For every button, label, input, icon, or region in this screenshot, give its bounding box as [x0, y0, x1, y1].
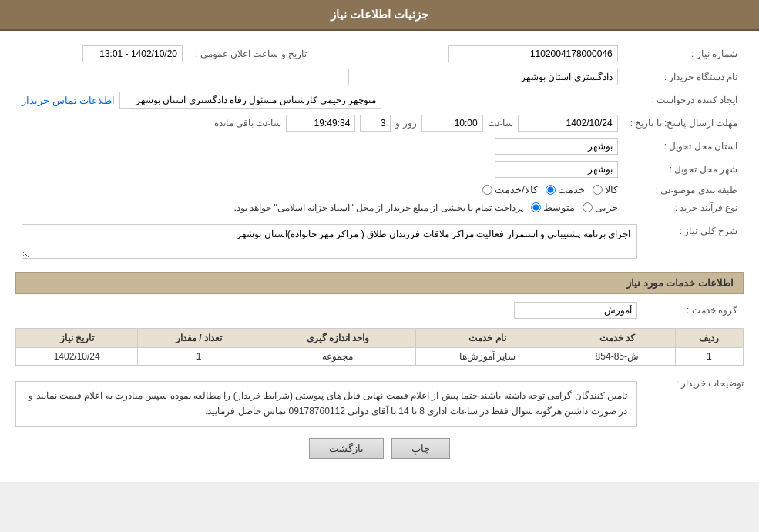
process-jozi-label: جزیی [595, 202, 618, 213]
group-input [514, 302, 637, 319]
process-motavasset-label: متوسط [543, 202, 575, 213]
services-table: ردیف کد خدمت نام خدمت واحد اندازه گیری ت… [15, 328, 744, 366]
category-kala-khedmat-option[interactable]: کالا/خدمت [482, 184, 538, 196]
category-kala-label: کالا [605, 184, 618, 196]
buyer-notes-label: توضیحات خریدار : [643, 373, 744, 389]
buyer-org-label: نام دستگاه خریدار : [624, 65, 744, 89]
city-label: شهر محل تحویل : [624, 158, 744, 181]
table-row: 1ش-85-854سایر آموزش‌هامجموعه11402/10/24 [16, 348, 744, 366]
deadline-remaining-label: ساعت باقی مانده [214, 118, 282, 129]
category-khedmat-label: خدمت [558, 184, 585, 196]
col-header-service-name: نام خدمت [416, 329, 559, 348]
table-cell: 1 [675, 348, 743, 366]
col-header-quantity: تعداد / مقدار [138, 329, 260, 348]
deadline-days-input [360, 115, 391, 132]
col-header-date: تاریخ نیاز [16, 329, 138, 348]
category-label: طبقه بندی موضوعی : [624, 181, 744, 199]
col-header-service-code: کد خدمت [559, 329, 675, 348]
need-number-input[interactable] [448, 45, 618, 62]
process-motavasset-radio[interactable] [531, 202, 541, 212]
creator-input [119, 92, 381, 109]
table-cell: 1402/10/24 [16, 348, 138, 366]
deadline-remaining-input [286, 115, 355, 132]
table-cell: مجموعه [260, 348, 416, 366]
category-kala-khedmat-label: کالا/خدمت [495, 184, 538, 196]
action-buttons: بازگشت چاپ [15, 438, 744, 459]
print-button[interactable]: چاپ [391, 438, 450, 459]
deadline-time-label: ساعت [488, 118, 513, 129]
process-label: نوع فرآیند خرید : [624, 199, 744, 216]
category-kala-option[interactable]: کالا [593, 184, 618, 196]
city-input [495, 161, 618, 178]
description-label: شرح کلی نیاز : [643, 221, 744, 264]
province-label: استان محل تحویل : [624, 135, 744, 158]
contact-info-link[interactable]: اطلاعات تماس خریدار [22, 95, 115, 106]
category-khedmat-option[interactable]: خدمت [546, 184, 585, 196]
table-cell: ش-85-854 [559, 348, 675, 366]
process-jozi-option[interactable]: جزیی [583, 202, 618, 213]
deadline-time-input [421, 115, 483, 132]
deadline-date-input [518, 115, 618, 132]
province-input [495, 138, 618, 155]
category-kala-khedmat-radio[interactable] [482, 185, 492, 195]
table-cell: سایر آموزش‌ها [416, 348, 559, 366]
table-cell: 1 [138, 348, 260, 366]
process-motavasset-option[interactable]: متوسط [531, 202, 575, 213]
process-note: پرداخت تمام یا بخشی از مبلغ خریدار از مح… [233, 202, 522, 213]
announcement-date-label: تاریخ و ساعت اعلان عمومی : [189, 42, 313, 65]
deadline-label: مهلت ارسال پاسخ: تا تاریخ : [624, 112, 744, 135]
page-title: جزئیات اطلاعات نیاز [0, 0, 759, 31]
deadline-days-label: روز و [395, 118, 416, 129]
services-section-title: اطلاعات خدمات مورد نیاز [15, 272, 744, 294]
category-khedmat-radio[interactable] [546, 185, 556, 195]
category-kala-radio[interactable] [593, 185, 603, 195]
back-button[interactable]: بازگشت [309, 438, 384, 459]
col-header-row-num: ردیف [675, 329, 743, 348]
buyer-notes-box: تامین کنندگان گرامی توجه داشته باشند حتم… [15, 381, 637, 427]
col-header-unit: واحد اندازه گیری [260, 329, 416, 348]
buyer-org-input [348, 69, 618, 85]
group-label: گروه خدمت : [643, 299, 744, 322]
description-textarea[interactable] [22, 224, 637, 259]
need-number-label: شماره نیاز : [624, 42, 744, 65]
creator-label: ایجاد کننده درخواست : [624, 89, 744, 112]
process-jozi-radio[interactable] [583, 202, 593, 212]
announcement-date-input[interactable] [82, 45, 183, 62]
